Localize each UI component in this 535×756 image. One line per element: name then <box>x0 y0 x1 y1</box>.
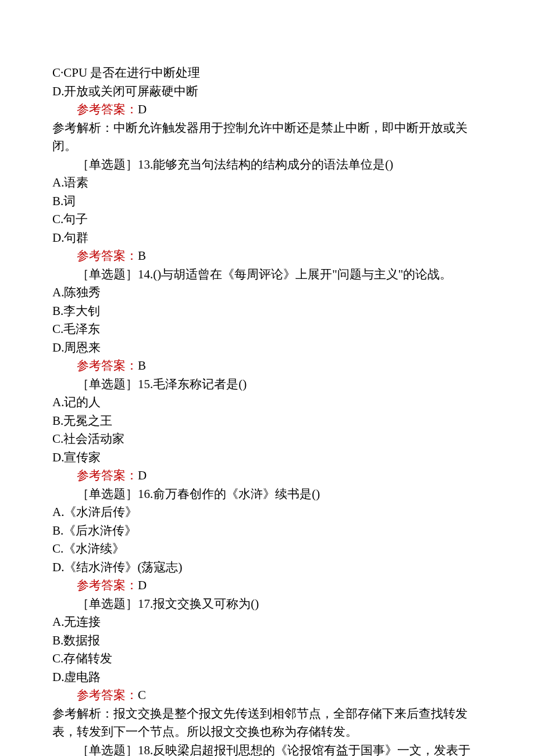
option-b: B.数据报 <box>52 632 483 650</box>
answer-label: 参考答案： <box>77 249 138 263</box>
question-stem: ［单选题］17.报文交换又可称为() <box>52 595 483 614</box>
option-d: D.《结水浒传》(荡寇志) <box>52 558 483 577</box>
option-c: C.社会活动家 <box>52 430 483 449</box>
option-d: D.开放或关闭可屏蔽硬中断 <box>52 83 483 101</box>
question-stem: ［单选题］16.俞万春创作的《水浒》续书是() <box>52 485 483 504</box>
answer-line: 参考答案：D <box>52 101 483 119</box>
answer-value: D <box>138 468 147 482</box>
answer-value: D <box>138 578 147 592</box>
option-c: C.句子 <box>52 210 483 229</box>
answer-value: B <box>138 359 146 372</box>
question-stem: ［单选题］14.()与胡适曾在《每周评论》上展开"问题与主义"的论战。 <box>52 266 483 284</box>
option-b: B.李大钊 <box>52 302 483 321</box>
option-b: B.无冕之王 <box>52 412 483 431</box>
option-c: C·CPU 是否在进行中断处理 <box>52 64 483 83</box>
answer-value: C <box>138 688 146 702</box>
answer-label: 参考答案： <box>77 578 138 592</box>
answer-label: 参考答案： <box>77 359 138 372</box>
option-d: D.句群 <box>52 229 483 248</box>
option-d: D.周恩来 <box>52 339 483 357</box>
question-stem: ［单选题］13.能够充当句法结构的结构成分的语法单位是() <box>52 156 483 174</box>
question-stem: ［单选题］18.反映梁启超报刊思想的《论报馆有益于国事》一文，发表于()。 <box>52 741 483 757</box>
answer-label: 参考答案： <box>77 688 138 702</box>
answer-line: 参考答案：B <box>52 247 483 266</box>
explanation: 参考解析：报文交换是整个报文先传送到相邻节点，全部存储下来后查找转发表，转发到下… <box>52 705 483 741</box>
answer-value: B <box>138 249 146 263</box>
option-d: D.虚电路 <box>52 668 483 687</box>
answer-line: 参考答案：C <box>52 686 483 705</box>
option-a: A.无连接 <box>52 613 483 632</box>
option-a: A.陈独秀 <box>52 284 483 302</box>
answer-line: 参考答案：D <box>52 467 483 485</box>
question-stem: ［单选题］15.毛泽东称记者是() <box>52 375 483 394</box>
answer-label: 参考答案： <box>77 102 138 116</box>
answer-value: D <box>138 102 147 116</box>
option-a: A.语素 <box>52 174 483 192</box>
answer-line: 参考答案：D <box>52 576 483 595</box>
answer-line: 参考答案：B <box>52 357 483 375</box>
option-a: A.《水浒后传》 <box>52 503 483 522</box>
option-c: C.《水浒续》 <box>52 540 483 558</box>
option-c: C.毛泽东 <box>52 320 483 339</box>
option-b: B.词 <box>52 192 483 211</box>
option-b: B.《后水浒传》 <box>52 522 483 540</box>
explanation: 参考解析：中断允许触发器用于控制允许中断还是禁止中断，即中断开放或关闭。 <box>52 119 483 156</box>
option-d: D.宣传家 <box>52 449 483 467</box>
answer-label: 参考答案： <box>77 468 138 482</box>
option-a: A.记的人 <box>52 393 483 412</box>
option-c: C.存储转发 <box>52 650 483 668</box>
